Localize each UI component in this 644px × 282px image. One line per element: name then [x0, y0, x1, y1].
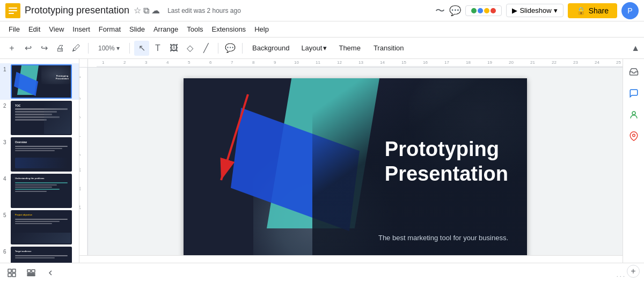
- title-actions: 〜 💬 ▶ Slideshow ▾ 🔒 Share P: [435, 2, 639, 19]
- cloud-icon[interactable]: ☁: [151, 5, 160, 16]
- meet-button[interactable]: [465, 5, 502, 16]
- svg-text:12: 12: [79, 187, 81, 191]
- ruler-corner: [79, 59, 88, 68]
- svg-rect-1: [9, 8, 17, 9]
- search-expand-icon[interactable]: [625, 63, 642, 80]
- toolbar-separator-1: [88, 43, 89, 54]
- mini-slide-1: PrototypingPresentation: [12, 65, 71, 98]
- mini-slide-3: Overview: [12, 138, 71, 170]
- menu-extensions[interactable]: Extensions: [208, 23, 251, 35]
- ruler-v-svg: 1 3 5 7 9 10 12 14: [79, 68, 88, 255]
- slide-thumbnail-3: Overview: [11, 137, 72, 172]
- svg-text:9: 9: [79, 154, 81, 156]
- list-view-button[interactable]: [24, 265, 39, 280]
- slide-item-3[interactable]: 3 Overview: [0, 136, 79, 173]
- ruler-vertical: 1 3 5 7 9 10 12 14: [79, 68, 88, 255]
- print-button[interactable]: 🖨: [53, 41, 68, 56]
- slide-item-2[interactable]: 2 TOC: [0, 100, 79, 136]
- svg-text:23: 23: [573, 60, 578, 65]
- menu-insert[interactable]: Insert: [68, 23, 94, 35]
- toolbar: + ↩ ↪ 🖨 🖊 100% ▾ ↖ T 🖼 ◇ ╱ 💬 Background …: [0, 38, 644, 59]
- slide-item-5[interactable]: 5 Project objective: [0, 209, 79, 246]
- slide-canvas[interactable]: PrototypingPresentation The best marketi…: [184, 78, 527, 255]
- zoom-button[interactable]: 100% ▾: [93, 41, 125, 56]
- background-button[interactable]: Background: [247, 42, 295, 54]
- svg-text:10: 10: [79, 168, 81, 172]
- svg-rect-45: [8, 269, 11, 272]
- redo-button[interactable]: ↪: [36, 41, 52, 56]
- analytics-icon[interactable]: 〜: [435, 4, 445, 17]
- svg-text:7: 7: [79, 135, 81, 137]
- menu-edit[interactable]: Edit: [24, 23, 45, 35]
- image-button[interactable]: 🖼: [166, 41, 181, 56]
- zoom-plus-button[interactable]: +: [627, 265, 640, 278]
- svg-text:3: 3: [145, 60, 148, 65]
- slide-number-4: 4: [3, 176, 11, 182]
- theme-button[interactable]: Theme: [333, 42, 365, 54]
- layout-dropdown[interactable]: Layout ▾: [297, 42, 331, 54]
- canvas-wrapper[interactable]: PrototypingPresentation The best marketi…: [88, 68, 623, 255]
- workspace: 1 2 3 4 5 6 7 8 9 10 11 12 13 14 15 16 1: [79, 59, 623, 282]
- comment-button[interactable]: 💬: [223, 41, 238, 56]
- comment-side-icon[interactable]: [625, 85, 642, 102]
- avatar[interactable]: P: [621, 2, 639, 19]
- slideshow-button[interactable]: ▶ Slideshow ▾: [506, 4, 563, 17]
- toolbar-separator-2: [129, 43, 130, 54]
- menu-view[interactable]: View: [45, 23, 68, 35]
- svg-text:25: 25: [616, 60, 621, 65]
- text-button[interactable]: T: [150, 41, 165, 56]
- slide-thumbnail-2: TOC: [11, 101, 72, 135]
- menu-bar: File Edit View Insert Format Slide Arran…: [0, 21, 644, 38]
- svg-rect-50: [32, 270, 35, 272]
- menu-help[interactable]: Help: [250, 23, 273, 35]
- line-button[interactable]: ╱: [199, 41, 214, 56]
- history-icon[interactable]: ⧉: [143, 6, 149, 16]
- app-logo: [5, 3, 20, 18]
- svg-text:3: 3: [79, 98, 81, 100]
- collapse-panel-button[interactable]: [43, 265, 58, 280]
- menu-arrange[interactable]: Arrange: [149, 23, 182, 35]
- map-pin-side-icon[interactable]: [625, 128, 642, 145]
- svg-text:9: 9: [274, 60, 276, 65]
- svg-rect-46: [12, 269, 16, 272]
- add-button[interactable]: +: [4, 41, 19, 56]
- comment-icon[interactable]: 💬: [449, 5, 461, 17]
- person-side-icon[interactable]: [625, 106, 642, 123]
- svg-rect-47: [8, 273, 11, 277]
- svg-text:21: 21: [530, 60, 535, 65]
- menu-tools[interactable]: Tools: [182, 23, 207, 35]
- meet-icon: [471, 8, 496, 13]
- ruler-h-svg: 1 2 3 4 5 6 7 8 9 10 11 12 13 14 15 16 1: [97, 59, 623, 67]
- undo-button[interactable]: ↩: [20, 41, 35, 56]
- select-button[interactable]: ↖: [134, 41, 149, 56]
- svg-text:15: 15: [401, 60, 406, 65]
- slide-number-6: 6: [3, 249, 11, 255]
- svg-text:1: 1: [102, 60, 105, 65]
- present-icon: ▶: [512, 6, 517, 14]
- paint-format-button[interactable]: 🖊: [69, 41, 84, 56]
- svg-rect-49: [27, 270, 31, 272]
- transition-button[interactable]: Transition: [368, 42, 409, 54]
- menu-format[interactable]: Format: [94, 23, 125, 35]
- slide-number-3: 3: [3, 139, 11, 145]
- slide-item-1[interactable]: 1 PrototypingPresentation: [0, 63, 79, 100]
- menu-file[interactable]: File: [4, 23, 24, 35]
- share-button[interactable]: 🔒 Share: [568, 3, 617, 18]
- grid-view-button[interactable]: [4, 265, 19, 280]
- slide-thumbnail-1: PrototypingPresentation: [11, 64, 72, 99]
- menu-slide[interactable]: Slide: [125, 23, 149, 35]
- lock-icon: 🔒: [576, 6, 586, 15]
- slide-subtitle: The best marketing tool for your busines…: [378, 234, 508, 242]
- svg-text:12: 12: [337, 60, 342, 65]
- document-title[interactable]: Prototyping presentation: [25, 5, 129, 16]
- toolbar-separator-4: [242, 43, 243, 54]
- star-icon[interactable]: ☆: [134, 5, 141, 16]
- slide-item-4[interactable]: 4 Understanding the problems: [0, 173, 79, 209]
- slide-number-5: 5: [3, 212, 11, 218]
- svg-rect-52: [27, 275, 35, 276]
- svg-text:16: 16: [423, 60, 428, 65]
- svg-point-42: [632, 134, 635, 137]
- collapse-toolbar-button[interactable]: ▲: [631, 43, 640, 53]
- shapes-button[interactable]: ◇: [182, 41, 197, 56]
- mini-slide-2: TOC: [12, 102, 71, 134]
